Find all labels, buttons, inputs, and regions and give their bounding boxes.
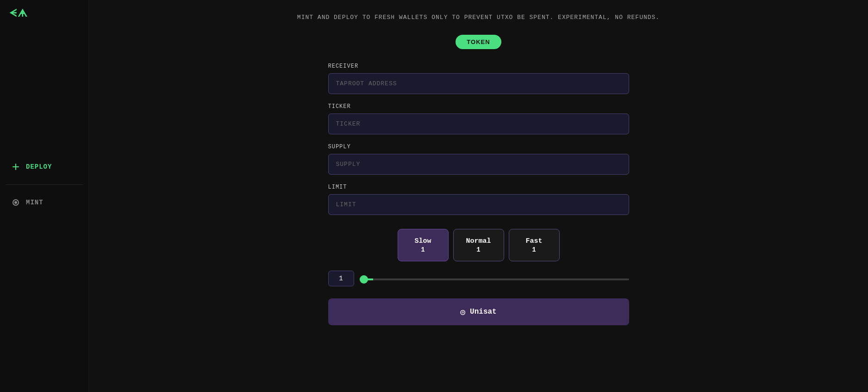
fee-slow-label: Slow xyxy=(414,237,431,245)
fee-slow-button[interactable]: Slow 1 xyxy=(398,229,449,261)
sidebar-item-deploy-label: DEPLOY xyxy=(26,163,52,171)
fee-fast-button[interactable]: Fast 1 xyxy=(509,229,560,261)
sidebar-nav: DEPLOY MINT xyxy=(0,158,88,212)
sidebar: ᗕᗗ DEPLOY MINT xyxy=(0,0,89,392)
mint-icon xyxy=(11,198,20,207)
sidebar-item-deploy[interactable]: DEPLOY xyxy=(6,158,83,176)
svg-point-3 xyxy=(14,201,17,204)
receiver-label: RECEIVER xyxy=(328,63,629,70)
fee-buttons: Slow 1 Normal 1 Fast 1 xyxy=(328,229,629,261)
main-content: MINT AND DEPLOY TO FRESH WALLETS ONLY TO… xyxy=(89,0,868,392)
slider-value-display: 1 xyxy=(328,271,354,286)
receiver-input[interactable] xyxy=(328,73,629,94)
svg-rect-1 xyxy=(15,164,16,170)
supply-input[interactable] xyxy=(328,154,629,175)
limit-input[interactable] xyxy=(328,194,629,215)
fee-normal-label: Normal xyxy=(466,237,491,245)
receiver-group: RECEIVER xyxy=(328,63,629,94)
slider-section: 1 xyxy=(328,271,629,286)
limit-label: LIMIT xyxy=(328,184,629,190)
token-button[interactable]: TOKEN xyxy=(456,35,501,49)
supply-group: SUPPLY xyxy=(328,144,629,175)
form-container: RECEIVER TICKER SUPPLY LIMIT Slow 1 Norm… xyxy=(328,63,629,325)
unisat-button-label: Unisat xyxy=(470,308,497,316)
slider-wrapper xyxy=(360,274,629,283)
limit-group: LIMIT xyxy=(328,184,629,215)
ticker-group: TICKER xyxy=(328,103,629,134)
unisat-button[interactable]: ◎ Unisat xyxy=(328,298,629,325)
ticker-label: TICKER xyxy=(328,103,629,110)
logo-area: ᗕᗗ xyxy=(0,0,88,28)
fee-normal-button[interactable]: Normal 1 xyxy=(453,229,504,261)
fee-slow-value: 1 xyxy=(421,246,425,253)
top-banner: MINT AND DEPLOY TO FRESH WALLETS ONLY TO… xyxy=(107,9,849,35)
app-logo: ᗕᗗ xyxy=(9,8,28,20)
fee-slider[interactable] xyxy=(360,278,629,280)
deploy-icon xyxy=(11,162,20,171)
banner-text: MINT AND DEPLOY TO FRESH WALLETS ONLY TO… xyxy=(297,14,660,21)
fee-normal-value: 1 xyxy=(476,246,480,253)
sidebar-item-mint-label: MINT xyxy=(26,199,44,206)
ticker-input[interactable] xyxy=(328,114,629,134)
unisat-icon: ◎ xyxy=(460,307,465,317)
fee-fast-value: 1 xyxy=(532,246,536,253)
fee-fast-label: Fast xyxy=(525,237,542,245)
sidebar-item-mint[interactable]: MINT xyxy=(6,193,83,212)
supply-label: SUPPLY xyxy=(328,144,629,150)
